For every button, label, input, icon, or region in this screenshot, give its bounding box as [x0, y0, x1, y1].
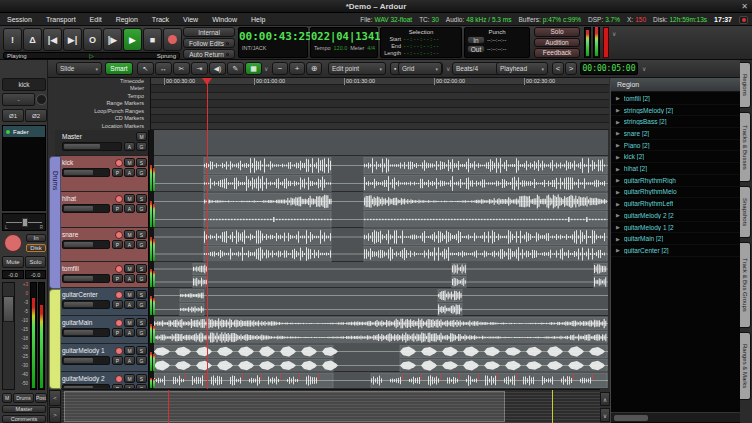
ruler-lane-tempo[interactable]: [151, 93, 609, 100]
trim-knob[interactable]: [36, 94, 47, 105]
track-g-button[interactable]: G: [136, 328, 147, 337]
region-list-item[interactable]: ▶stringsBass [2]: [611, 116, 741, 128]
auto-return-button[interactable]: Auto Return: [183, 49, 235, 59]
title-bar[interactable]: *Demo – Ardour ✕: [0, 0, 752, 13]
processor-fader-row[interactable]: Fader: [3, 126, 45, 137]
track-name[interactable]: guitarMelody 1: [62, 347, 114, 354]
track-lane-row-guitarmelody-2[interactable]: [150, 372, 608, 389]
side-tab-regions[interactable]: Regions: [740, 62, 751, 108]
waveform-lane[interactable]: [150, 331, 608, 344]
audition-button[interactable]: Audition: [534, 38, 580, 48]
track-m-button[interactable]: M: [124, 158, 135, 167]
internal-button[interactable]: Internal: [183, 27, 235, 37]
record-button[interactable]: [163, 28, 182, 51]
region-list-item[interactable]: ▶hihat [2]: [611, 163, 741, 175]
region-list-hscrollbar-thumb[interactable]: [614, 415, 648, 421]
region-list-item[interactable]: ▶tomfili [2]: [611, 93, 741, 105]
region-list-item[interactable]: ▶guitarRhythmMelo: [611, 187, 741, 199]
punch-out-button[interactable]: Out: [467, 45, 485, 53]
play-range-button[interactable]: |▶: [103, 28, 122, 51]
grab-tool-button[interactable]: ↖: [137, 62, 154, 75]
track-header-tomfili[interactable]: tomfiliMSPAG: [55, 262, 148, 288]
ruler-lane-meter[interactable]: [151, 85, 609, 92]
region-list-header[interactable]: Region: [611, 78, 741, 92]
record-indicator-icon[interactable]: [739, 16, 748, 24]
track-header-kick[interactable]: kickMSPAG: [55, 156, 148, 192]
summary-view-window[interactable]: [64, 391, 505, 422]
track-name[interactable]: guitarMelody 2: [62, 375, 114, 382]
waveform-lane[interactable]: [150, 373, 608, 388]
goto-start-button[interactable]: |◀: [43, 28, 62, 51]
track-a-button[interactable]: A: [124, 328, 135, 337]
track-a-button[interactable]: A: [124, 168, 135, 177]
midi-panic-button[interactable]: !: [3, 28, 22, 51]
expand-triangle-icon[interactable]: ▶: [611, 236, 624, 242]
expand-triangle-icon[interactable]: ▶: [611, 224, 624, 230]
track-m-button[interactable]: M: [124, 264, 135, 273]
summary-scroll-down-button[interactable]: ∨: [600, 408, 610, 422]
primary-clock[interactable]: 00:00:43:25 INT/JACK: [238, 27, 308, 58]
punch-in-button[interactable]: In: [467, 36, 485, 44]
track-p-button[interactable]: P: [112, 274, 123, 283]
waveform-lane[interactable]: [150, 359, 608, 372]
waveform-lane[interactable]: [150, 289, 608, 302]
gain-display-left[interactable]: -0.0: [2, 270, 24, 279]
track-g-button[interactable]: G: [136, 356, 147, 365]
track-header-guitarmain[interactable]: guitarMainMSPAG: [55, 316, 148, 344]
track-name[interactable]: tomfili: [62, 265, 114, 272]
mixer-bottom-m-button[interactable]: M: [2, 393, 12, 403]
group-tab[interactable]: [49, 289, 61, 389]
zoom-out-button[interactable]: −: [272, 62, 288, 75]
nudge-forward-button[interactable]: >: [565, 62, 577, 75]
group-tab-drums[interactable]: Drums: [49, 156, 61, 289]
track-name[interactable]: guitarMain: [62, 319, 114, 326]
meter-value[interactable]: 4/4: [367, 45, 375, 51]
playhead-combo[interactable]: Playhead▾: [496, 62, 548, 75]
side-tab-snapshots[interactable]: Snapshots: [740, 186, 751, 238]
region-list-item[interactable]: ▶guitarMain [2]: [611, 233, 741, 245]
menu-item-edit[interactable]: Edit: [83, 16, 109, 23]
menu-item-session[interactable]: Session: [0, 16, 39, 23]
side-tab-tracks-busses[interactable]: Tracks & Busses: [740, 112, 751, 182]
menu-item-region[interactable]: Region: [109, 16, 145, 23]
smart-mode-button[interactable]: Smart: [105, 62, 133, 75]
track-a-button[interactable]: A: [124, 204, 135, 213]
track-gain-slider[interactable]: [62, 356, 110, 365]
track-a-button[interactable]: A: [124, 300, 135, 309]
ruler-lane-range-markers[interactable]: [151, 100, 609, 107]
track-lane-row-master[interactable]: [150, 130, 608, 156]
solo-button[interactable]: Solo: [25, 256, 46, 268]
track-m-button[interactable]: M: [124, 374, 135, 383]
track-s-button[interactable]: S: [136, 264, 147, 273]
tool-options-chevron-icon[interactable]: ∨: [264, 62, 268, 75]
waveform-lane[interactable]: [150, 345, 608, 358]
playhead-marker-icon[interactable]: [202, 78, 212, 85]
track-lane-row-snare[interactable]: [150, 228, 608, 262]
track-m-button[interactable]: M: [124, 230, 135, 239]
track-s-button[interactable]: S: [136, 194, 147, 203]
expand-triangle-icon[interactable]: ▶: [611, 201, 624, 207]
menu-item-help[interactable]: Help: [244, 16, 272, 23]
internal-edit-tool-button[interactable]: ▦: [245, 62, 262, 75]
snap-options-chevron-icon[interactable]: ∨: [446, 62, 450, 75]
track-m-button[interactable]: M: [124, 318, 135, 327]
track-canvas[interactable]: [150, 130, 608, 389]
mixer-bottom-post-button[interactable]: Post: [35, 393, 47, 403]
track-gain-slider[interactable]: [62, 240, 110, 249]
follow-edits-button[interactable]: Follow Edits: [183, 38, 235, 48]
track-m-button[interactable]: M: [124, 290, 135, 299]
track-p-button[interactable]: P: [112, 356, 123, 365]
waveform-lane[interactable]: [150, 193, 608, 210]
region-list-item[interactable]: ▶guitarRhythmLeft: [611, 198, 741, 210]
region-list-item[interactable]: ▶guitarRhythmRigh: [611, 175, 741, 187]
summary-scroll-right-button[interactable]: >: [49, 407, 61, 423]
ruler-lane-timecode[interactable]: 00:00:30:0000:01:00:0000:01:30:0000:02:0…: [151, 78, 609, 85]
expand-triangle-icon[interactable]: ▶: [611, 142, 624, 148]
grid-combo[interactable]: Grid▾: [398, 62, 442, 75]
mixer-track-name-button[interactable]: kick: [2, 78, 46, 91]
summary-scroll-up-button[interactable]: ∧: [600, 392, 610, 406]
track-g-button[interactable]: G: [136, 274, 147, 283]
gain-fader-handle[interactable]: [3, 296, 14, 322]
mixer-bottom-drums-button[interactable]: Drums: [13, 393, 34, 403]
track-a-button[interactable]: A: [124, 240, 135, 249]
